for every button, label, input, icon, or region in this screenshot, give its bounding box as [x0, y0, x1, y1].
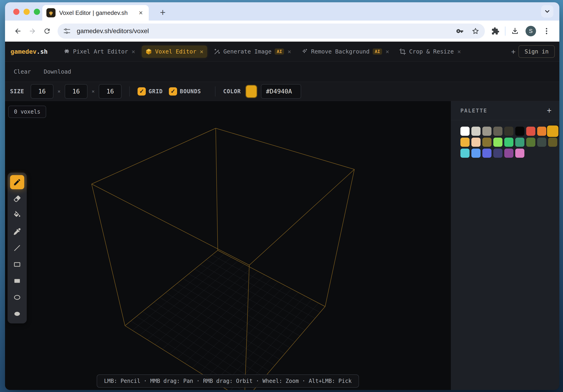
tool-eraser-button[interactable] [10, 192, 24, 206]
add-palette-color-button[interactable]: + [547, 106, 551, 115]
tool-eyedropper-button[interactable] [10, 224, 24, 239]
main-area: 0 voxels LMB: Pencil · MMB drag: Pan · R… [5, 101, 559, 390]
palette-swatch[interactable] [461, 127, 470, 136]
palette-header: PALETTE + [451, 101, 559, 120]
current-color-swatch[interactable] [245, 85, 257, 98]
palette-swatch[interactable] [504, 138, 513, 147]
palette-swatch[interactable] [471, 127, 481, 136]
app-logo[interactable]: gamedev.sh [11, 48, 48, 55]
tool-ellipse-filled-button[interactable] [10, 307, 24, 321]
browser-tab[interactable]: Voxel Editor | gamedev.sh × [42, 5, 149, 21]
editor-tab-generate-image[interactable]: Generate ImageAI× [210, 45, 295, 58]
browser-address-bar: gamedev.sh/editors/voxel S [5, 21, 559, 42]
downloads-icon[interactable] [511, 27, 519, 35]
palette-swatch[interactable] [471, 138, 481, 147]
palette-swatch[interactable] [482, 138, 491, 147]
editor-toolbar: Clear Download [5, 62, 559, 82]
palette-swatch[interactable] [526, 127, 535, 136]
checkbox-box[interactable]: ✓ [138, 87, 146, 95]
palette-swatch[interactable] [546, 125, 559, 138]
line-icon [13, 244, 21, 252]
rect-filled-icon [13, 277, 21, 285]
tab-title: Voxel Editor | gamedev.sh [59, 9, 137, 16]
add-editor-tab-button[interactable]: + [508, 48, 518, 55]
close-editor-tab-icon[interactable]: × [287, 49, 291, 55]
palette-swatch[interactable] [471, 149, 481, 158]
voxel-cube-icon [145, 48, 152, 55]
sparkle-icon [301, 48, 308, 55]
palette-swatch[interactable] [526, 138, 535, 147]
checkbox-box[interactable]: ✓ [169, 87, 177, 95]
grid-checkbox[interactable]: ✓ GRID [138, 87, 163, 95]
palette-swatch[interactable] [493, 127, 502, 136]
maximize-window-button[interactable] [34, 9, 40, 15]
close-editor-tab-icon[interactable]: × [385, 49, 389, 55]
palette-swatch[interactable] [515, 149, 525, 158]
palette-swatch[interactable] [548, 138, 557, 147]
size-z-input[interactable] [99, 84, 122, 99]
close-editor-tab-icon[interactable]: × [131, 49, 135, 55]
voxel-canvas[interactable]: 0 voxels LMB: Pencil · MMB drag: Pan · R… [5, 101, 451, 390]
color-hex-input[interactable] [261, 84, 301, 99]
extensions-icon[interactable] [491, 27, 499, 35]
tab-search-button[interactable] [541, 5, 553, 18]
palette-title: PALETTE [461, 108, 547, 114]
voxel-wireframe [5, 101, 451, 390]
editor-tab-label: Remove Background [311, 48, 370, 55]
forward-button[interactable] [26, 25, 38, 37]
close-tab-icon[interactable]: × [137, 8, 145, 17]
site-settings-icon [63, 27, 71, 35]
tool-rect-outline-button[interactable] [10, 257, 24, 272]
reload-button[interactable] [41, 25, 53, 37]
eraser-icon [13, 195, 21, 203]
tool-rect-filled-button[interactable] [10, 274, 24, 288]
palette-swatch[interactable] [461, 138, 470, 147]
editor-tab-crop-resize[interactable]: Crop & Resize× [396, 45, 464, 58]
editor-tab-pixel-art-editor[interactable]: Pixel Art Editor× [60, 45, 139, 58]
tool-line-button[interactable] [10, 241, 24, 255]
url-bar[interactable]: gamedev.sh/editors/voxel [58, 24, 485, 39]
bookmark-star-icon[interactable] [472, 27, 479, 35]
palette-swatch[interactable] [504, 127, 513, 136]
size-x-input[interactable] [31, 84, 53, 99]
editor-tab-voxel-editor[interactable]: Voxel Editor× [142, 45, 207, 58]
palette-swatch[interactable] [504, 149, 513, 158]
password-key-icon[interactable] [456, 27, 464, 35]
editor-tab-label: Crop & Resize [409, 48, 454, 55]
tool-ellipse-outline-button[interactable] [10, 290, 24, 304]
crop-icon [399, 48, 406, 55]
palette-swatch[interactable] [493, 149, 502, 158]
chevron-down-icon [544, 8, 551, 15]
settings-divider [129, 86, 130, 96]
profile-avatar[interactable]: S [525, 26, 536, 36]
bounds-checkbox[interactable]: ✓ BOUNDS [169, 87, 201, 95]
tool-fill-button[interactable] [10, 208, 24, 222]
editor-tab-label: Generate Image [223, 48, 272, 55]
grid-checkbox-label: GRID [149, 88, 163, 95]
tool-pencil-button[interactable] [10, 175, 24, 189]
back-arrow-icon [14, 27, 22, 35]
sign-in-button[interactable]: Sign in [518, 45, 555, 58]
download-button[interactable]: Download [44, 68, 71, 75]
editor-tab-remove-background[interactable]: Remove BackgroundAI× [297, 45, 393, 58]
multiply-sign: × [58, 89, 61, 94]
magic-wand-icon [214, 48, 220, 55]
palette-swatch[interactable] [515, 138, 525, 147]
browser-menu-icon[interactable] [542, 27, 551, 35]
size-y-input[interactable] [65, 84, 88, 99]
back-button[interactable] [12, 25, 24, 37]
palette-swatch[interactable] [482, 127, 491, 136]
clear-button[interactable]: Clear [14, 68, 31, 75]
close-editor-tab-icon[interactable]: × [457, 49, 461, 55]
url-text[interactable]: gamedev.sh/editors/voxel [77, 27, 448, 35]
palette-swatch[interactable] [537, 138, 546, 147]
close-editor-tab-icon[interactable]: × [200, 49, 203, 55]
palette-swatch[interactable] [537, 127, 546, 136]
palette-swatch[interactable] [461, 149, 470, 158]
palette-swatch[interactable] [493, 138, 502, 147]
close-window-button[interactable] [13, 9, 19, 15]
palette-swatch[interactable] [515, 127, 525, 136]
minimize-window-button[interactable] [24, 9, 30, 15]
palette-swatch[interactable] [482, 149, 491, 158]
new-tab-button[interactable]: + [158, 8, 168, 17]
